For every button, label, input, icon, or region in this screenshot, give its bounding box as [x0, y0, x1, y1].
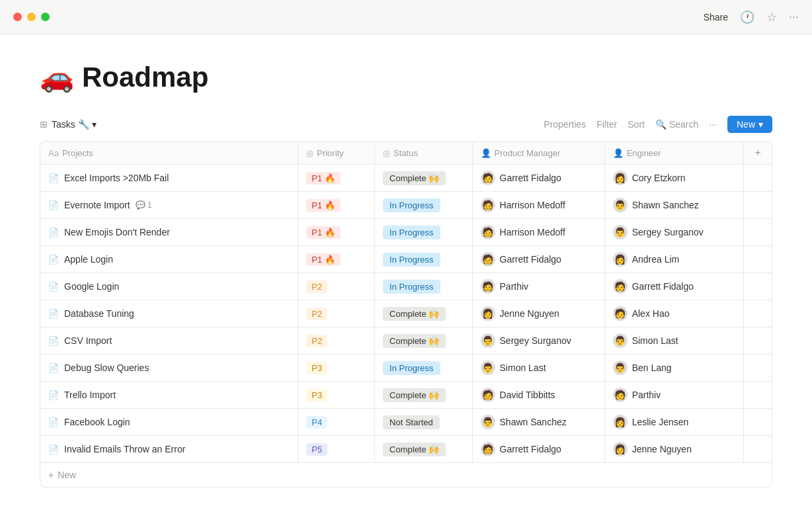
status-cell[interactable]: Complete 🙌 — [375, 436, 472, 463]
status-cell[interactable]: Not Started — [375, 409, 472, 436]
priority-cell[interactable]: P1 🔥 — [298, 219, 375, 246]
table-row[interactable]: 📄 Evernote Import 💬 1 P1 🔥In Progress 🧑 … — [40, 192, 772, 219]
avatar: 👩 — [613, 415, 628, 429]
status-cell[interactable]: In Progress — [375, 192, 472, 219]
properties-button[interactable]: Properties — [544, 119, 586, 130]
engineer-cell[interactable]: 👨 Simon Last — [604, 327, 744, 355]
pm-cell[interactable]: 🧑 David Tibbitts — [472, 382, 604, 409]
project-cell[interactable]: 📄 Invalid Emails Throw an Error — [40, 436, 298, 463]
table-row[interactable]: 📄 Debug Slow Queries P3In Progress 👨 Sim… — [40, 355, 772, 382]
sort-button[interactable]: Sort — [628, 119, 645, 130]
table-row[interactable]: 📄 Database Tuning P2Complete 🙌 👩 Jenne N… — [40, 300, 772, 327]
view-title[interactable]: Tasks 🔧 ▾ — [52, 119, 97, 130]
add-column-button[interactable]: + — [744, 142, 772, 165]
maximize-button[interactable] — [41, 13, 50, 21]
new-button-label: New — [737, 119, 755, 130]
status-cell[interactable]: In Progress — [375, 219, 472, 246]
project-cell[interactable]: 📄 Google Login — [40, 273, 298, 300]
search-button[interactable]: 🔍 Search — [655, 119, 698, 130]
table-row[interactable]: 📄 Apple Login P1 🔥In Progress 🧑 Garrett … — [40, 246, 772, 273]
status-cell[interactable]: In Progress — [375, 273, 472, 300]
engineer-cell[interactable]: 👩 Leslie Jensen — [604, 409, 744, 436]
pm-cell[interactable]: 🧑 Garrett Fidalgo — [472, 246, 604, 273]
pm-cell[interactable]: 🧑 Garrett Fidalgo — [472, 165, 604, 192]
more-options-button[interactable]: ··· — [709, 119, 717, 130]
engineer-cell[interactable]: 👨 Sergey Surganov — [604, 219, 744, 246]
filter-button[interactable]: Filter — [596, 119, 617, 130]
doc-icon: 📄 — [48, 444, 59, 454]
table-row[interactable]: 📄 Facebook Login P4Not Started 👨 Shawn S… — [40, 409, 772, 436]
col-header-priority[interactable]: ◎ Priority — [298, 142, 375, 165]
pm-cell[interactable]: 👨 Sergey Surganov — [472, 327, 604, 355]
pm-cell[interactable]: 👨 Shawn Sanchez — [472, 409, 604, 436]
more-icon[interactable]: ··· — [789, 10, 799, 24]
status-badge: In Progress — [383, 253, 440, 267]
project-cell[interactable]: 📄 Excel Imports >20Mb Fail — [40, 165, 298, 192]
engineer-cell[interactable]: 🧑 Alex Hao — [604, 300, 744, 327]
engineer-cell[interactable]: 👨 Shawn Sanchez — [604, 192, 744, 219]
status-cell[interactable]: Complete 🙌 — [375, 382, 472, 409]
priority-cell[interactable]: P4 — [298, 409, 375, 436]
engineer-cell[interactable]: 👩 Cory Etzkorn — [604, 165, 744, 192]
avatar: 👨 — [613, 333, 628, 348]
table-row[interactable]: 📄 New Emojis Don't Render P1 🔥In Progres… — [40, 219, 772, 246]
eng-person-icon: 👤 — [613, 148, 624, 158]
search-icon: 🔍 — [655, 119, 667, 130]
engineer-cell[interactable]: 🧑 Parthiv — [604, 382, 744, 409]
pm-cell[interactable]: 🧑 Parthiv — [472, 273, 604, 300]
share-button[interactable]: Share — [704, 12, 728, 22]
star-icon[interactable]: ☆ — [766, 10, 777, 24]
pm-cell[interactable]: 👩 Jenne Nguyen — [472, 300, 604, 327]
priority-cell[interactable]: P1 🔥 — [298, 246, 375, 273]
engineer-cell[interactable]: 👨 Ben Lang — [604, 355, 744, 382]
pm-cell[interactable]: 🧑 Garrett Fidalgo — [472, 436, 604, 463]
priority-cell[interactable]: P2 — [298, 273, 375, 300]
avatar: 🧑 — [481, 388, 495, 402]
status-cell[interactable]: In Progress — [375, 355, 472, 382]
engineer-cell[interactable]: 👩 Jenne Nguyen — [604, 436, 744, 463]
priority-cell[interactable]: P5 — [298, 436, 375, 463]
col-header-projects[interactable]: Aa Projects — [40, 142, 298, 165]
priority-cell[interactable]: P2 — [298, 300, 375, 327]
status-cell[interactable]: In Progress — [375, 246, 472, 273]
project-cell[interactable]: 📄 Facebook Login — [40, 409, 298, 436]
pm-cell[interactable]: 🧑 Harrison Medoff — [472, 219, 604, 246]
table-row[interactable]: 📄 Trello Import P3Complete 🙌 🧑 David Tib… — [40, 382, 772, 409]
toolbar-left: ⊞ Tasks 🔧 ▾ — [40, 119, 97, 130]
doc-icon: 📄 — [48, 336, 59, 346]
project-cell[interactable]: 📄 Apple Login — [40, 246, 298, 273]
table-row[interactable]: 📄 Invalid Emails Throw an Error P5Comple… — [40, 436, 772, 463]
minimize-button[interactable] — [27, 13, 36, 21]
project-cell[interactable]: 📄 Database Tuning — [40, 300, 298, 327]
status-cell[interactable]: Complete 🙌 — [375, 327, 472, 355]
project-cell[interactable]: 📄 Debug Slow Queries — [40, 355, 298, 382]
project-cell[interactable]: 📄 Trello Import — [40, 382, 298, 409]
pm-cell[interactable]: 👨 Simon Last — [472, 355, 604, 382]
col-header-engineer[interactable]: 👤 Engineer — [604, 142, 744, 165]
pm-cell[interactable]: 🧑 Harrison Medoff — [472, 192, 604, 219]
table-row[interactable]: 📄 Google Login P2In Progress 🧑 Parthiv 🧑… — [40, 273, 772, 300]
status-cell[interactable]: Complete 🙌 — [375, 300, 472, 327]
status-cell[interactable]: Complete 🙌 — [375, 165, 472, 192]
project-cell[interactable]: 📄 Evernote Import 💬 1 — [40, 192, 298, 219]
priority-cell[interactable]: P1 🔥 — [298, 165, 375, 192]
add-new-row-button[interactable]: + New — [40, 462, 772, 487]
priority-badge: P3 — [306, 389, 327, 402]
project-cell[interactable]: 📄 CSV Import — [40, 327, 298, 355]
close-button[interactable] — [13, 13, 22, 21]
table-row[interactable]: 📄 Excel Imports >20Mb Fail P1 🔥Complete … — [40, 165, 772, 192]
history-icon[interactable]: 🕐 — [740, 10, 754, 24]
priority-badge: P4 — [306, 416, 327, 429]
priority-cell[interactable]: P1 🔥 — [298, 192, 375, 219]
table-row[interactable]: 📄 CSV Import P2Complete 🙌 👨 Sergey Surga… — [40, 327, 772, 355]
col-header-pm[interactable]: 👤 Product Manager — [472, 142, 604, 165]
priority-cell[interactable]: P3 — [298, 355, 375, 382]
priority-cell[interactable]: P3 — [298, 382, 375, 409]
new-button[interactable]: New ▾ — [727, 116, 772, 133]
pm-name: Jenne Nguyen — [500, 308, 559, 319]
engineer-cell[interactable]: 🧑 Garrett Fidalgo — [604, 273, 744, 300]
priority-cell[interactable]: P2 — [298, 327, 375, 355]
col-header-status[interactable]: ◎ Status — [375, 142, 472, 165]
engineer-cell[interactable]: 👩 Andrea Lim — [604, 246, 744, 273]
project-cell[interactable]: 📄 New Emojis Don't Render — [40, 219, 298, 246]
